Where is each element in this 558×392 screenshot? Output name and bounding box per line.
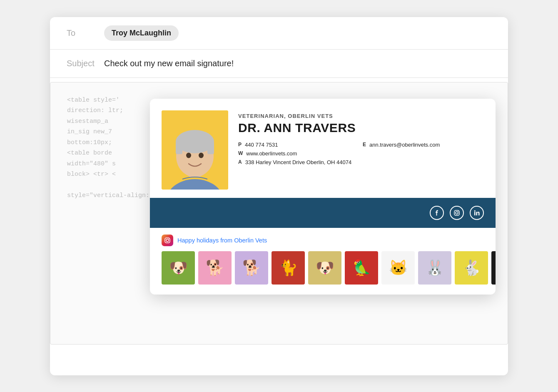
pet-emoji-10: 🐶 (491, 251, 496, 285)
email-key: E (363, 142, 366, 147)
subject-label: Subject (67, 59, 104, 68)
subject-row: Subject Check out my new email signature… (50, 50, 508, 78)
svg-rect-9 (454, 210, 459, 215)
list-item: 🐕 (198, 251, 232, 285)
facebook-icon[interactable] (430, 206, 444, 220)
email-value: ann.travers@oberlinvets.com (369, 142, 484, 148)
phone-key: P (238, 142, 242, 147)
email-body[interactable]: <table style=' direction: ltr; wisestamp… (50, 78, 508, 349)
pet-emoji-8: 🐰 (418, 251, 451, 285)
list-item: 🦜 (345, 251, 378, 285)
address-key: A (238, 159, 242, 165)
instagram-promo-text[interactable]: Happy holidays from Oberlin Vets (177, 237, 267, 244)
sig-contact-grid: P 440 774 7531 E ann.travers@oberlinvets… (238, 142, 484, 148)
pet-emoji-6: 🦜 (345, 251, 378, 285)
svg-point-15 (166, 239, 169, 242)
sig-photo (162, 110, 228, 190)
list-item: 🐶 (162, 251, 195, 285)
pet-emoji-7: 🐱 (381, 251, 415, 285)
to-label: To (67, 28, 104, 38)
pet-emoji-2: 🐕 (198, 251, 232, 285)
website-value: www.oberlinvets.com (246, 150, 297, 157)
to-row: To Troy McLaughlin (50, 17, 508, 50)
pet-emoji-3: 🐕 (235, 251, 268, 285)
pet-emoji-4: 🐈 (272, 251, 305, 285)
svg-rect-6 (207, 142, 214, 154)
sig-title: VETERINARIAN, OBERLIN VETS (238, 113, 484, 119)
list-item: 🐇 (455, 251, 488, 285)
sig-name: DR. ANN TRAVERS (238, 121, 484, 135)
sig-website-row: W www.oberlinvets.com (238, 150, 484, 157)
subject-text: Check out my new email signature! (104, 59, 234, 68)
address-value: 338 Harley Vincent Drive Oberlin, OH 440… (245, 159, 352, 165)
list-item: 🐈 (272, 251, 305, 285)
pet-emoji-1: 🐶 (162, 251, 195, 285)
pet-emoji-5: 🐶 (308, 251, 341, 285)
list-item: 🐶 (491, 251, 496, 285)
svg-rect-5 (176, 142, 182, 154)
svg-rect-12 (474, 212, 476, 215)
list-item: 🐰 (418, 251, 451, 285)
instagram-banner-icon[interactable] (450, 206, 464, 220)
pet-emoji-9: 🐇 (455, 251, 488, 285)
instagram-promo-icon (162, 235, 173, 246)
svg-point-11 (458, 211, 459, 212)
svg-point-7 (186, 152, 191, 158)
sig-banner (150, 198, 496, 228)
list-item: 🐱 (381, 251, 415, 285)
recipient-chip[interactable]: Troy McLaughlin (104, 25, 179, 41)
svg-point-10 (456, 212, 458, 214)
sig-pets-strip: 🐶 🐕 🐕 🐈 🐶 🦜 🐱 (150, 251, 496, 295)
website-key: W (238, 150, 243, 156)
svg-point-16 (169, 238, 169, 239)
svg-rect-14 (165, 238, 170, 243)
sig-address-row: A 338 Harley Vincent Drive Oberlin, OH 4… (238, 159, 484, 165)
sig-instagram-row: Happy holidays from Oberlin Vets (150, 228, 496, 251)
signature-card: VETERINARIAN, OBERLIN VETS DR. ANN TRAVE… (150, 99, 496, 295)
svg-point-13 (474, 210, 476, 211)
svg-point-8 (199, 152, 204, 158)
list-item: 🐕 (235, 251, 268, 285)
email-compose-window: To Troy McLaughlin Subject Check out my … (50, 17, 508, 375)
list-item: 🐶 (308, 251, 341, 285)
linkedin-icon[interactable] (470, 206, 484, 220)
phone-value: 440 774 7531 (245, 142, 359, 148)
sig-top-section: VETERINARIAN, OBERLIN VETS DR. ANN TRAVE… (150, 99, 496, 198)
sig-info: VETERINARIAN, OBERLIN VETS DR. ANN TRAVE… (238, 110, 484, 165)
